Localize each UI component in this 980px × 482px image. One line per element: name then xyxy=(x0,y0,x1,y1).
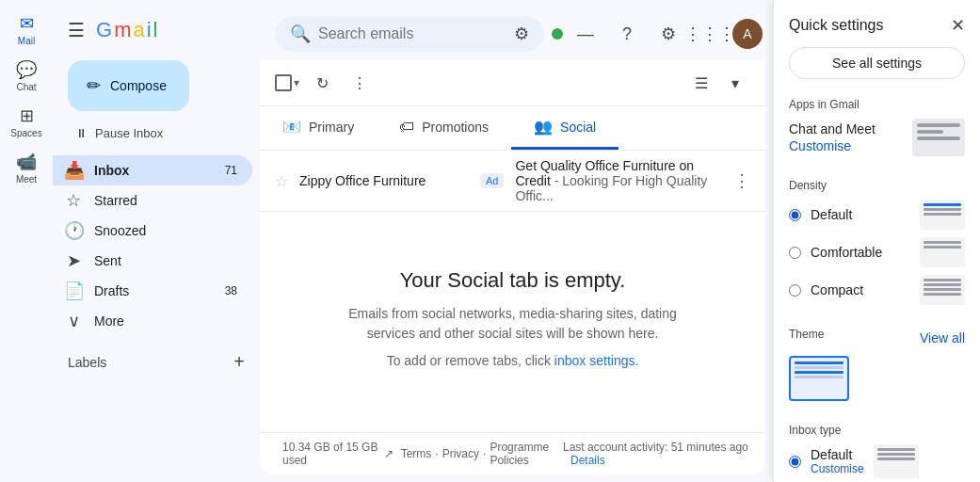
minimize-button[interactable]: — xyxy=(567,15,604,53)
density-compact-preview xyxy=(920,275,965,305)
see-all-settings-button[interactable]: See all settings xyxy=(789,47,965,79)
main-content: 🔍 ⚙ — ? ⚙ ⋮⋮⋮ A ▾ ↻ ⋮ ☰ ▾ 📧 Primary xyxy=(260,8,765,474)
density-comfortable-preview xyxy=(920,237,965,267)
sidebar-item-drafts[interactable]: 📄 Drafts 38 xyxy=(53,276,252,306)
inbox-default-radio[interactable] xyxy=(789,456,801,468)
footer-links: Terms · Privacy · Programme Policies xyxy=(401,441,555,467)
drafts-icon: 📄 xyxy=(64,281,83,301)
select-all-checkbox[interactable] xyxy=(275,74,292,91)
inbox-type-section-title: Inbox type xyxy=(789,424,965,437)
empty-state: Your Social tab is empty. Emails from so… xyxy=(260,212,765,432)
refresh-button[interactable]: ↻ xyxy=(307,68,337,98)
empty-state-cta: To add or remove tabs, click inbox setti… xyxy=(387,351,639,371)
snoozed-icon: 🕐 xyxy=(64,220,83,241)
email-row-ad[interactable]: ☆ Zippy Office Furniture Ad Get Quality … xyxy=(260,151,765,212)
quick-settings-header: Quick settings ✕ xyxy=(774,0,980,43)
mail-icon: ✉ xyxy=(20,13,34,34)
gmail-logo: Gmail xyxy=(96,18,157,42)
sidebar-nav: 📥 Inbox 71 ☆ Starred 🕐 Snoozed ➤ Sent 📄 … xyxy=(53,155,260,336)
inbox-toolbar: ▾ ↻ ⋮ ☰ ▾ xyxy=(260,60,765,106)
tab-primary[interactable]: 📧 Primary xyxy=(260,106,377,150)
empty-state-description: Emails from social networks, media-shari… xyxy=(334,304,692,344)
qs-apps-section: Apps in Gmail Chat and Meet Customise xyxy=(774,90,980,164)
quick-settings-panel: Quick settings ✕ See all settings Apps i… xyxy=(773,0,980,482)
density-default-radio[interactable] xyxy=(789,209,801,221)
sidebar-item-sent[interactable]: ➤ Sent xyxy=(53,246,252,276)
preview-line-3 xyxy=(917,137,960,140)
density-radio-group: Default Comfortable Compact xyxy=(789,200,965,305)
density-comfortable-radio[interactable] xyxy=(789,247,801,259)
sidebar-item-meet[interactable]: 📹 Meet xyxy=(4,146,49,188)
density-default-option[interactable]: Default xyxy=(789,200,965,230)
hamburger-button[interactable]: ☰ xyxy=(60,11,92,49)
density-comfortable-option[interactable]: Comfortable xyxy=(789,237,965,267)
sidebar-item-mail[interactable]: ✉ Mail 71 xyxy=(4,8,49,50)
programme-policies-link[interactable]: Programme Policies xyxy=(490,441,555,467)
sidebar-item-snoozed[interactable]: 🕐 Snoozed xyxy=(53,216,252,246)
customise-apps-link[interactable]: Customise xyxy=(789,138,876,153)
more-options-button[interactable]: ⋮ xyxy=(345,68,375,98)
toolbar-right: ☰ ▾ xyxy=(686,68,750,98)
avatar[interactable]: A xyxy=(732,19,763,49)
terms-link[interactable]: Terms xyxy=(401,447,432,460)
view-toggle-button[interactable]: ☰ xyxy=(686,68,716,98)
tab-social[interactable]: 👥 Social xyxy=(511,106,619,150)
sidebar: ☰ Gmail ✏ Compose ⏸ Pause Inbox 📥 Inbox … xyxy=(53,0,260,482)
dropdown-arrow-icon[interactable]: ▾ xyxy=(294,76,299,89)
email-sender: Zippy Office Furniture xyxy=(299,173,469,188)
sidebar-item-chat[interactable]: 💬 Chat xyxy=(4,54,49,96)
spaces-icon: ⊞ xyxy=(20,105,34,126)
tab-promotions[interactable]: 🏷 Promotions xyxy=(377,106,511,150)
qs-inbox-type-section: Inbox type Default Customise Important f… xyxy=(774,416,980,482)
promotions-tab-icon: 🏷 xyxy=(399,119,414,136)
preview-line-1 xyxy=(917,123,960,127)
sidebar-item-inbox[interactable]: 📥 Inbox 71 xyxy=(53,155,252,185)
ad-badge: Ad xyxy=(480,173,504,188)
search-tune-icon[interactable]: ⚙ xyxy=(514,24,529,44)
sidebar-item-starred[interactable]: ☆ Starred xyxy=(53,185,252,216)
empty-state-title: Your Social tab is empty. xyxy=(400,268,626,293)
inbox-type-radio-group: Default Customise Important first xyxy=(789,444,965,482)
view-all-themes-link[interactable]: View all xyxy=(920,330,965,345)
google-apps-button[interactable]: ⋮⋮⋮ xyxy=(691,15,729,53)
search-row: 🔍 ⚙ — ? ⚙ ⋮⋮⋮ A xyxy=(260,8,765,60)
density-compact-option[interactable]: Compact xyxy=(789,275,965,305)
theme-section-title: Theme xyxy=(789,328,824,341)
theme-preview[interactable] xyxy=(789,356,849,401)
email-list: ☆ Zippy Office Furniture Ad Get Quality … xyxy=(260,151,765,432)
star-button[interactable]: ☆ xyxy=(275,172,288,190)
preview-line-2 xyxy=(917,130,943,134)
details-link[interactable]: Details xyxy=(570,454,605,467)
density-default-preview xyxy=(920,200,965,230)
email-more-button[interactable]: ⋮ xyxy=(733,170,750,191)
compose-button[interactable]: ✏ Compose xyxy=(68,60,189,111)
privacy-link[interactable]: Privacy xyxy=(442,447,479,460)
qs-density-section: Density Default Comfortable xyxy=(774,171,980,313)
quick-settings-close-button[interactable]: ✕ xyxy=(951,15,965,36)
add-label-button[interactable]: + xyxy=(233,351,245,373)
sidebar-item-more[interactable]: ∨ More xyxy=(53,306,252,336)
inbox-default-option[interactable]: Default Customise xyxy=(789,444,965,478)
theme-row: Theme View all xyxy=(789,328,965,348)
sent-icon: ➤ xyxy=(64,250,83,271)
view-more-button[interactable]: ▾ xyxy=(720,68,750,98)
inbox-default-preview xyxy=(874,444,919,478)
more-icon: ∨ xyxy=(64,311,83,331)
sidebar-item-spaces[interactable]: ⊞ Spaces xyxy=(4,100,49,142)
search-icon[interactable]: 🔍 xyxy=(290,24,311,44)
help-button[interactable]: ? xyxy=(608,15,646,53)
customise-inbox-link[interactable]: Customise xyxy=(811,462,864,475)
inbox-tabs: 📧 Primary 🏷 Promotions 👥 Social xyxy=(260,106,765,151)
footer-activity: Last account activity: 51 minutes ago De… xyxy=(563,441,750,467)
email-footer: 10.34 GB of 15 GB used ↗ Terms · Privacy… xyxy=(260,432,765,474)
status-indicator xyxy=(552,28,563,40)
pause-inbox-button[interactable]: ⏸ Pause Inbox xyxy=(60,119,252,148)
search-input[interactable] xyxy=(318,25,506,42)
storage-external-link[interactable]: ↗ xyxy=(384,447,394,460)
apps-labels: Chat and Meet Customise xyxy=(789,121,876,153)
settings-button[interactable]: ⚙ xyxy=(650,15,687,53)
density-compact-radio[interactable] xyxy=(789,284,801,297)
inbox-settings-link[interactable]: inbox settings. xyxy=(554,353,639,368)
quick-settings-title: Quick settings xyxy=(789,17,883,34)
select-all-dropdown[interactable]: ▾ xyxy=(275,74,299,91)
